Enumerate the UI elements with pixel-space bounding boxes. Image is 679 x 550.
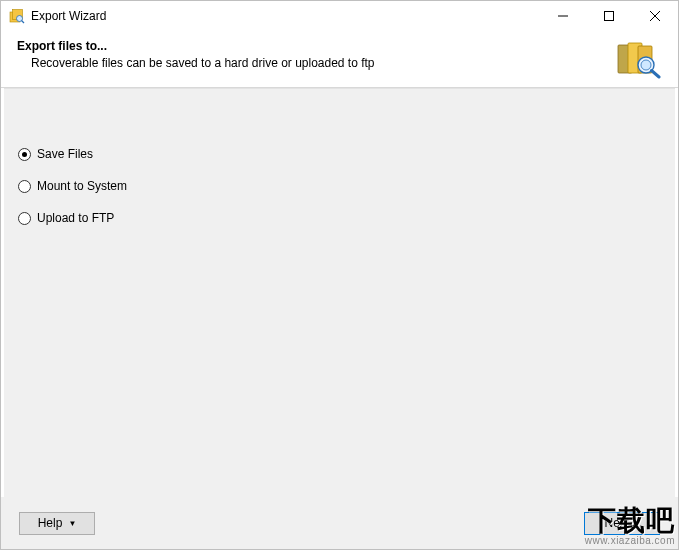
export-options-group: Save Files Mount to System Upload to FTP (4, 89, 675, 225)
minimize-button[interactable] (540, 1, 586, 31)
chevron-down-icon: ▼ (68, 519, 76, 528)
wizard-header: Export files to... Recoverable files can… (1, 31, 678, 88)
help-button[interactable]: Help ▼ (19, 512, 95, 535)
wizard-footer: Help ▼ Next > (1, 497, 678, 549)
window-title: Export Wizard (31, 9, 540, 23)
next-button[interactable]: Next > (584, 512, 660, 535)
export-wizard-window: Export Wizard Export files to... Recover… (0, 0, 679, 550)
svg-line-13 (652, 71, 660, 78)
radio-icon (18, 148, 31, 161)
radio-icon (18, 212, 31, 225)
page-heading: Export files to... (17, 39, 602, 53)
maximize-button[interactable] (586, 1, 632, 31)
page-subtext: Recoverable files can be saved to a hard… (17, 56, 602, 70)
help-button-label: Help (38, 516, 63, 530)
radio-label: Upload to FTP (37, 211, 114, 225)
radio-save-files[interactable]: Save Files (18, 147, 675, 161)
radio-mount-system[interactable]: Mount to System (18, 179, 675, 193)
radio-label: Mount to System (37, 179, 127, 193)
radio-icon (18, 180, 31, 193)
wizard-content: Save Files Mount to System Upload to FTP (1, 88, 678, 497)
svg-rect-5 (605, 12, 614, 21)
header-icon (614, 39, 662, 79)
svg-line-3 (22, 21, 25, 24)
close-button[interactable] (632, 1, 678, 31)
svg-point-12 (641, 60, 651, 70)
titlebar: Export Wizard (1, 1, 678, 31)
radio-upload-ftp[interactable]: Upload to FTP (18, 211, 675, 225)
next-button-label: Next > (604, 516, 639, 530)
window-controls (540, 1, 678, 31)
app-icon (9, 8, 25, 24)
radio-label: Save Files (37, 147, 93, 161)
